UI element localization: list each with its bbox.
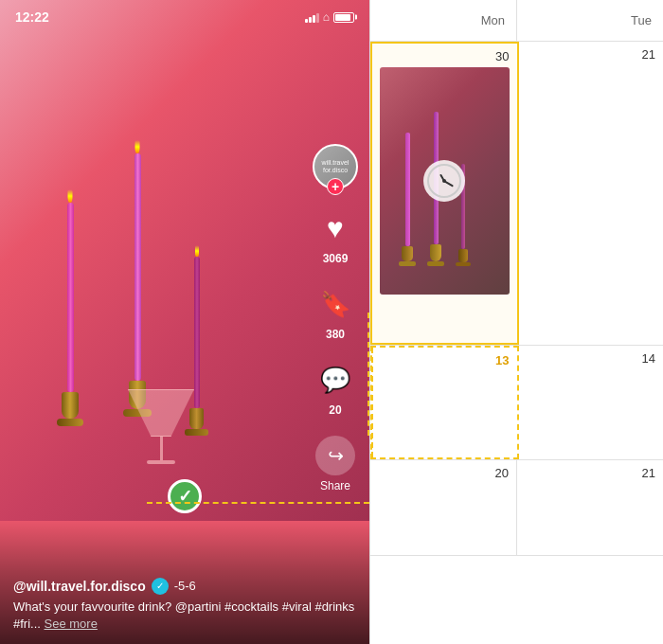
calendar-cell-mon-30[interactable]: 30 — [370, 42, 519, 345]
comment-icon[interactable]: 💬 — [315, 360, 355, 400]
battery-icon — [333, 12, 354, 23]
follow-plus-button[interactable]: + — [327, 178, 344, 195]
caption-text: What's your favvourite drink? @partini #… — [13, 599, 356, 633]
date-30: 30 — [380, 49, 510, 63]
caption-area: @will.travel.for.disco ✓ -5-6 What's you… — [0, 521, 369, 644]
wifi-icon: ⌂ — [323, 10, 330, 24]
like-action[interactable]: ♥ 3069 — [315, 208, 355, 265]
calendar-row-3: 20 21 — [370, 460, 663, 556]
calendar-cell-tue-14[interactable]: 14 — [519, 346, 664, 459]
verified-badge: ✓ — [152, 578, 169, 595]
bookmark-count: 380 — [326, 328, 345, 341]
status-bar: 12:22 ⌂ — [0, 0, 369, 34]
actions-panel: will.travelfor.disco + ♥ 3069 🔖 380 💬 20 — [313, 144, 358, 492]
calendar-row-1: 30 — [370, 42, 663, 346]
heart-icon[interactable]: ♥ — [315, 208, 355, 248]
phone-panel: 12:22 ⌂ — [0, 0, 369, 644]
score-text: -5-6 — [174, 579, 196, 593]
signal-icon — [305, 11, 319, 23]
share-action[interactable]: ↩ Share — [315, 436, 355, 492]
comment-count: 20 — [329, 403, 341, 417]
annotation-line-h — [147, 502, 369, 504]
calendar-cell-tue-21[interactable]: 21 — [519, 42, 664, 345]
clock-overlay — [423, 160, 465, 202]
bookmark-icon[interactable]: 🔖 — [315, 284, 355, 324]
share-icon[interactable]: ↩ — [315, 436, 355, 475]
status-time: 12:22 — [15, 9, 49, 25]
username: @will.travel.for.disco — [13, 579, 146, 594]
username-row: @will.travel.for.disco ✓ -5-6 — [13, 578, 356, 595]
day-header-tue: Tue — [517, 0, 663, 41]
date-14: 14 — [527, 351, 656, 366]
calendar-cell-mon-20[interactable]: 20 — [370, 460, 517, 555]
calendar-cell-tue-21b[interactable]: 21 — [517, 460, 663, 555]
comment-action[interactable]: 💬 20 — [315, 360, 355, 417]
clock-face — [427, 164, 461, 198]
calendar-cell-mon-13[interactable]: 13 — [370, 346, 519, 459]
like-count: 3069 — [323, 252, 349, 265]
bookmark-action[interactable]: 🔖 380 — [315, 284, 355, 341]
calendar-header: Mon Tue — [370, 0, 663, 42]
date-13: 13 — [380, 353, 510, 367]
date-20: 20 — [378, 466, 509, 480]
creator-avatar[interactable]: will.travelfor.disco + — [313, 144, 358, 189]
status-icons: ⌂ — [305, 10, 354, 24]
calendar-image-preview[interactable] — [380, 67, 510, 295]
date-21: 21 — [527, 47, 656, 62]
date-21b: 21 — [525, 466, 655, 480]
calendar-panel: Mon Tue 30 — [369, 0, 663, 644]
record-button[interactable]: ✓ — [168, 479, 202, 513]
day-header-mon: Mon — [370, 0, 517, 41]
see-more-link[interactable]: See more — [45, 617, 98, 631]
share-label: Share — [320, 479, 350, 492]
calendar-row-2: 13 14 — [370, 346, 663, 460]
